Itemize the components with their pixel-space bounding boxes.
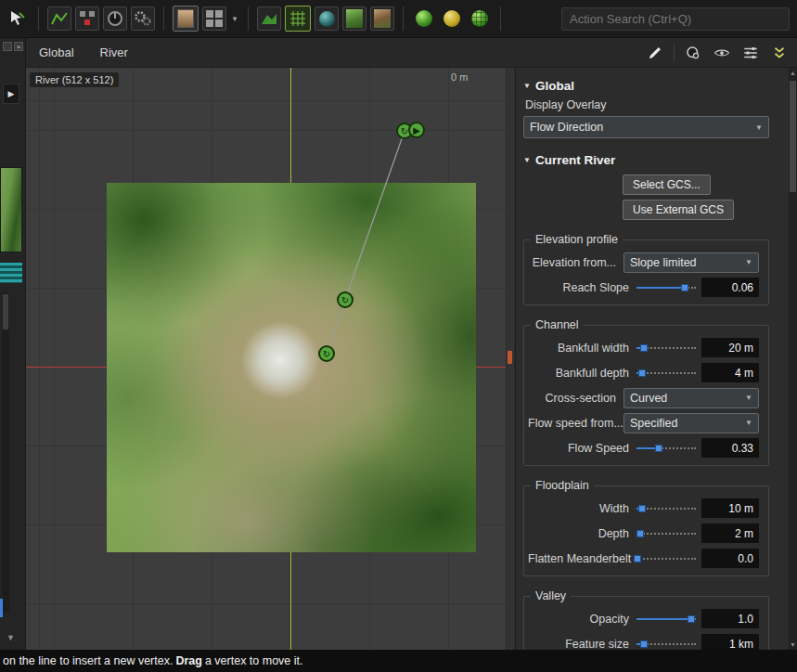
river-vertex-handle[interactable]: ▶: [409, 123, 424, 137]
render-target-icon[interactable]: [683, 43, 703, 63]
scroll-up-icon[interactable]: ▲: [790, 70, 796, 76]
tab-river[interactable]: River: [87, 38, 141, 67]
property-label: Opacity: [528, 613, 636, 626]
chevron-down-icon: ▼: [750, 123, 763, 132]
river-vertex-handle[interactable]: ↻: [319, 346, 334, 361]
dial-tool-icon[interactable]: [103, 6, 127, 31]
property-row: Feature size 1 km: [528, 631, 763, 650]
group-title: Elevation profile: [531, 233, 623, 246]
tab-global[interactable]: Global: [26, 38, 87, 67]
section-title: Current River: [535, 153, 615, 167]
select-gcs-button[interactable]: Select GCS...: [623, 174, 711, 195]
slider-handle[interactable]: [638, 369, 646, 377]
stylus-icon[interactable]: [645, 43, 665, 63]
toolbar-separator: [500, 6, 501, 31]
slider-handle[interactable]: [638, 505, 646, 512]
flow-speed-from-dropdown[interactable]: Specified ▼: [623, 413, 759, 433]
floodplain-width-slider[interactable]: [636, 502, 696, 515]
chevron-down-icon: ▼: [739, 394, 752, 402]
property-row: Elevation from... Slope limited ▼: [528, 250, 763, 275]
curve-graph-tool-icon[interactable]: [47, 6, 71, 31]
bankfull-width-value[interactable]: 20 m: [701, 338, 759, 357]
valley-opacity-slider[interactable]: [636, 613, 696, 626]
svg-text:↻: ↻: [401, 126, 408, 136]
scroll-down-icon[interactable]: ▼: [790, 641, 796, 648]
status-text-prefix: on the line to insert a new vertex.: [3, 654, 173, 667]
slider-handle[interactable]: [688, 615, 695, 623]
flatten-meanderbelt-slider[interactable]: [636, 552, 696, 565]
floodplain-depth-value[interactable]: 2 m: [701, 523, 759, 543]
gcs-buttons: Select GCS... Use External GCS: [623, 174, 769, 220]
bankfull-width-slider[interactable]: [636, 342, 696, 355]
cross-section-dropdown[interactable]: Curved ▼: [623, 388, 759, 408]
use-external-gcs-button[interactable]: Use External GCS: [623, 200, 734, 220]
section-current-river-header[interactable]: ▼ Current River: [523, 153, 769, 167]
canyon-tool-icon[interactable]: [370, 6, 394, 31]
reach-slope-value[interactable]: 0.06: [701, 278, 759, 297]
sidebar-scrollbar[interactable]: [2, 292, 9, 613]
collapse-arrow-icon: ▼: [523, 156, 531, 164]
bankfull-depth-value[interactable]: 4 m: [701, 363, 759, 382]
toolbar-separator: [38, 6, 39, 31]
viewport-canvas[interactable]: ↻↻↻▶ River (512 x 512) 0 m: [26, 68, 514, 650]
property-row: Bankfull width 20 m: [528, 335, 763, 360]
collapse-all-icon[interactable]: [769, 43, 790, 63]
flow-speed-slider[interactable]: [636, 442, 696, 455]
river-path-svg[interactable]: ↻↻↻▶: [26, 68, 514, 650]
flow-speed-value[interactable]: 0.33: [701, 438, 759, 458]
water-layer-icon[interactable]: [0, 263, 22, 283]
node-grid-tool-icon[interactable]: [75, 6, 99, 31]
panel-scrollbar[interactable]: ▲ ▼: [789, 68, 797, 650]
action-search-input[interactable]: [561, 7, 790, 31]
floodplain-depth-slider[interactable]: [636, 527, 696, 540]
feature-size-slider[interactable]: [636, 638, 696, 651]
layout-dropdown-arrow-icon[interactable]: ▾: [230, 14, 239, 23]
feature-size-value[interactable]: 1 km: [701, 634, 759, 650]
elevation-from-dropdown[interactable]: Slope limited ▼: [623, 252, 759, 273]
canvas-scrollbar[interactable]: [506, 68, 514, 650]
chevron-down-icon: ▼: [739, 258, 752, 266]
expand-panel-button[interactable]: ▶: [3, 84, 19, 104]
property-row: Flow speed from... Specified ▼: [528, 410, 763, 435]
eye-icon[interactable]: [712, 43, 732, 63]
palette-panel-tool-icon[interactable]: [173, 6, 199, 32]
terrain-thumbnail[interactable]: [0, 167, 22, 252]
bankfull-depth-slider[interactable]: [636, 367, 696, 380]
river-line[interactable]: [327, 131, 405, 354]
gears-tool-icon[interactable]: [131, 6, 155, 31]
chart-frame-tool-icon[interactable]: [257, 6, 281, 31]
slider-handle[interactable]: [681, 284, 688, 291]
layout-blocks-tool-icon[interactable]: [202, 6, 226, 31]
slider-handle[interactable]: [640, 640, 648, 648]
sphere-textured-icon[interactable]: [468, 6, 492, 31]
section-global-header[interactable]: ▼ Global: [523, 79, 769, 93]
river-vertex-handle[interactable]: ↻: [338, 292, 353, 307]
slider-handle[interactable]: [634, 555, 641, 562]
list-options-icon[interactable]: [740, 43, 761, 63]
scroll-down-icon[interactable]: ▼: [6, 633, 15, 642]
grid-overlay-tool-icon[interactable]: [285, 6, 311, 32]
scrollbar-thumb[interactable]: [3, 294, 8, 330]
sphere-yellow-icon[interactable]: [440, 6, 464, 31]
properties-panel: ▼ Global Display Overlay Flow Direction …: [515, 68, 789, 650]
property-label: Flow speed from...: [528, 417, 623, 430]
scrollbar-thumb[interactable]: [790, 81, 796, 192]
slider-handle[interactable]: [655, 445, 662, 452]
sphere-green-icon[interactable]: [412, 6, 436, 31]
dock-panel-icon[interactable]: [3, 42, 12, 51]
flow-direction-dropdown[interactable]: Flow Direction ▼: [523, 116, 769, 138]
terrain-tool-icon[interactable]: [342, 6, 366, 31]
close-panel-icon[interactable]: ×: [14, 42, 23, 51]
status-text-bold: Drag: [175, 654, 201, 667]
slider-handle[interactable]: [636, 530, 644, 537]
property-label: Elevation from...: [528, 256, 623, 269]
floodplain-width-value[interactable]: 10 m: [701, 498, 759, 518]
dropdown-value: Curved: [630, 392, 667, 405]
reach-slope-slider[interactable]: [636, 281, 696, 294]
flatten-meanderbelt-value[interactable]: 0.0: [701, 549, 759, 568]
property-row: Flatten Meanderbelt 0.0: [528, 546, 763, 571]
pointer-tool-icon[interactable]: [6, 6, 30, 31]
globe-tool-icon[interactable]: [315, 6, 339, 31]
valley-opacity-value[interactable]: 1.0: [701, 609, 759, 628]
slider-handle[interactable]: [640, 344, 648, 352]
